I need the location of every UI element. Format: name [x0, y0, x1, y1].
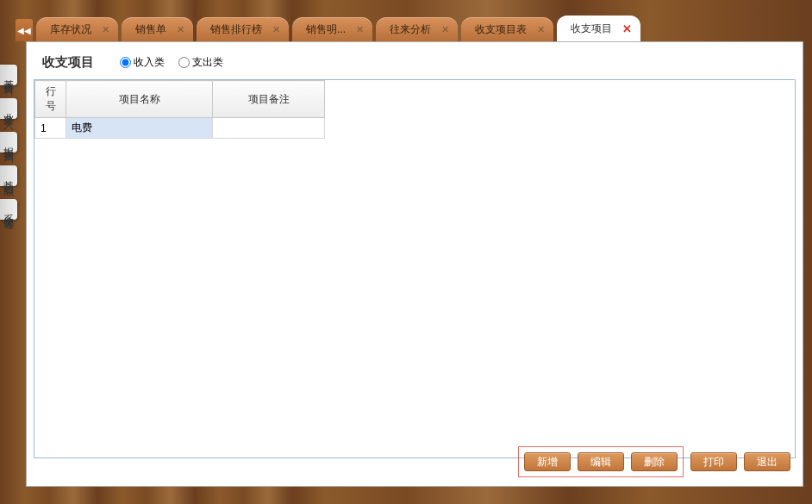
tab-label: 销售单	[135, 22, 166, 37]
radio-income-label: 收入类	[134, 55, 165, 70]
main-panel: 收支项目 收入类 支出类 行号 项目名称 项目备注 1	[26, 41, 803, 487]
cell-name[interactable]: 电费	[66, 118, 213, 139]
panel-header: 收支项目 收入类 支出类	[27, 42, 803, 79]
sidebar: 基本资料 业务录入 报表查询 其它功能 系统管理	[0, 65, 17, 220]
radio-expense-label: 支出类	[192, 55, 223, 70]
col-header-remark[interactable]: 项目备注	[213, 81, 325, 118]
sidebar-item-basic-data[interactable]: 基本资料	[0, 65, 17, 85]
close-icon[interactable]: ✕	[441, 24, 449, 35]
items-table: 行号 项目名称 项目备注 1 电费	[34, 80, 325, 139]
radio-income[interactable]: 收入类	[120, 55, 165, 70]
col-header-rownum[interactable]: 行号	[35, 81, 66, 118]
sidebar-item-report-query[interactable]: 报表查询	[0, 132, 17, 152]
sidebar-item-system-manage[interactable]: 系统管理	[0, 199, 17, 220]
tab-label: 销售明...	[306, 22, 346, 37]
sidebar-item-other-functions[interactable]: 其它功能	[0, 165, 17, 186]
tab-label: 销售排行榜	[210, 22, 262, 37]
print-button[interactable]: 打印	[690, 452, 737, 471]
cell-remark[interactable]	[213, 118, 325, 139]
close-icon[interactable]: ✕	[102, 24, 109, 35]
radio-income-input[interactable]	[120, 57, 131, 68]
type-radio-group: 收入类 支出类	[120, 55, 223, 70]
tab-label: 往来分析	[390, 22, 431, 37]
add-button[interactable]: 新增	[524, 452, 571, 471]
delete-button[interactable]: 删除	[631, 452, 678, 471]
close-icon[interactable]: ✕	[177, 24, 184, 35]
tab-label: 收支项目表	[475, 22, 527, 37]
close-icon[interactable]: ✕	[622, 22, 632, 35]
tab-bar: ◀◀ 库存状况 ✕ 销售单 ✕ 销售排行榜 ✕ 销售明... ✕ 往来分析 ✕ …	[16, 16, 812, 41]
page-title: 收支项目	[42, 54, 94, 71]
tab-sales-ranking[interactable]: 销售排行榜 ✕	[197, 17, 289, 41]
tab-inventory-status[interactable]: 库存状况 ✕	[36, 17, 118, 41]
close-icon[interactable]: ✕	[356, 24, 364, 35]
tab-sales-order[interactable]: 销售单 ✕	[122, 17, 193, 41]
edit-button[interactable]: 编辑	[578, 452, 624, 471]
sidebar-item-business-entry[interactable]: 业务录入	[0, 98, 17, 119]
close-icon[interactable]: ✕	[537, 24, 545, 35]
exit-button[interactable]: 退出	[744, 452, 790, 471]
tab-contact-analysis[interactable]: 往来分析 ✕	[376, 17, 458, 41]
col-header-name[interactable]: 项目名称	[66, 81, 213, 118]
radio-expense-input[interactable]	[178, 57, 190, 68]
tab-income-expense-table[interactable]: 收支项目表 ✕	[461, 17, 553, 41]
tab-scroll-left[interactable]: ◀◀	[16, 19, 33, 41]
tab-income-expense-item[interactable]: 收支项目 ✕	[557, 16, 640, 41]
table-container[interactable]: 行号 项目名称 项目备注 1 电费	[34, 79, 796, 458]
footer-toolbar: 新增 编辑 删除 打印 退出	[518, 446, 790, 477]
close-icon[interactable]: ✕	[272, 24, 280, 35]
table-row[interactable]: 1 电费	[35, 118, 325, 139]
cell-rownum: 1	[35, 118, 66, 139]
radio-expense[interactable]: 支出类	[178, 55, 223, 70]
tab-label: 库存状况	[50, 22, 91, 37]
highlighted-button-group: 新增 编辑 删除	[518, 446, 684, 477]
tab-label: 收支项目	[571, 22, 612, 36]
tab-sales-detail[interactable]: 销售明... ✕	[292, 17, 372, 41]
